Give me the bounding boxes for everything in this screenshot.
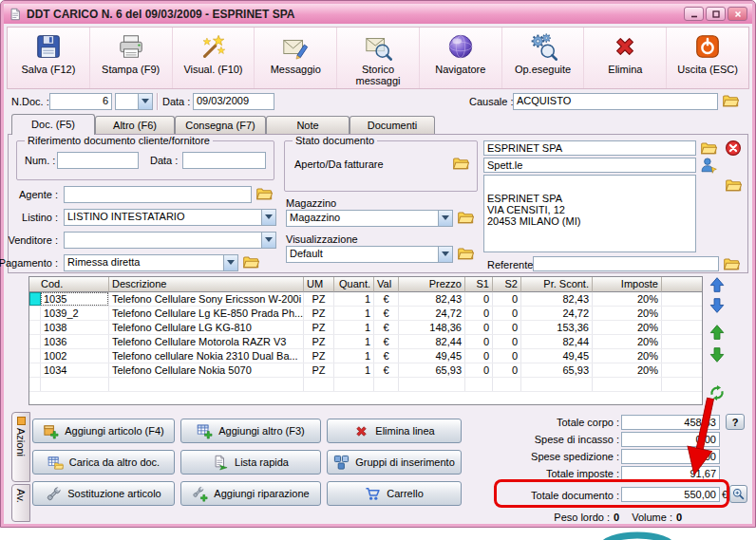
tab-doc-f5[interactable]: Doc. (F5) <box>11 114 95 135</box>
agente-input[interactable] <box>64 186 252 203</box>
ndoc-input[interactable]: 6 <box>49 93 112 110</box>
indirizzo-folder-icon[interactable] <box>725 177 742 194</box>
zoom-total-button[interactable] <box>729 485 747 503</box>
totale-corpo-value[interactable]: 458,33 <box>621 415 720 430</box>
toolbar-button-op-eseguite[interactable]: Op.eseguite <box>502 28 585 88</box>
magazzino-folder-icon[interactable] <box>457 209 474 226</box>
toolbar-button-stampa[interactable]: Stampa (F9) <box>90 28 173 88</box>
intestatario-folder-icon[interactable] <box>700 140 717 157</box>
scroll-up-button[interactable] <box>709 324 726 341</box>
tab-documenti[interactable]: Documenti <box>350 116 435 134</box>
toolbar-button-messaggio[interactable]: Messaggio <box>255 28 337 88</box>
num-input[interactable] <box>57 152 139 169</box>
tab-label: Av. <box>15 489 27 503</box>
tab-note[interactable]: Note <box>266 116 350 134</box>
move-row-up-button[interactable] <box>709 276 726 293</box>
refresh-button[interactable] <box>709 384 726 401</box>
rif-data-input[interactable] <box>182 152 266 169</box>
aggiungi-riparazione-button[interactable]: Aggiungi riparazione <box>180 481 321 506</box>
printer-icon <box>117 32 145 61</box>
table-row[interactable]: 1036 Telefono Cellulare Motorola RAZR V3… <box>29 335 702 349</box>
column-header-descrizione[interactable]: Descrizione <box>109 277 304 292</box>
totale-documento-value[interactable]: 550,00 <box>621 487 720 502</box>
aggiungi-articolo-button[interactable]: Aggiungi articolo (F4) <box>32 419 175 443</box>
message-history-icon <box>364 32 392 61</box>
help-button[interactable]: ? <box>726 414 745 430</box>
venditore-select[interactable] <box>64 232 276 249</box>
gruppi-di-inserimento-button[interactable]: Gruppi di inserimento <box>327 450 462 475</box>
referente-folder-icon[interactable] <box>723 255 740 272</box>
close-button[interactable] <box>728 7 747 21</box>
column-header-prezzo[interactable]: Prezzo <box>399 277 465 292</box>
listino-label: Listino : <box>22 212 58 223</box>
table-row[interactable]: 1038 Telefono Cellulare LG KG-810 PZ 1 €… <box>29 321 702 335</box>
toolbar-button-storico-messaggi[interactable]: Storico messaggi <box>337 28 420 88</box>
stato-value: Aperto/Da fatturare <box>294 158 384 170</box>
visualizzazione-select[interactable]: Default <box>286 246 453 263</box>
minimize-button[interactable] <box>684 7 704 21</box>
currency-symbol: € <box>722 489 728 500</box>
column-header-val[interactable]: Val <box>374 277 399 292</box>
cell-val: € <box>374 321 399 334</box>
contact-person-icon[interactable] <box>700 157 717 174</box>
totale-imposte-value[interactable]: 91,67 <box>621 466 720 481</box>
column-header-s1[interactable]: S1 <box>465 277 493 292</box>
column-header-imposte[interactable]: Imposte <box>593 277 662 292</box>
cell-s1: 0 <box>465 349 493 363</box>
indirizzo-textarea[interactable]: ESPRINET SPA VIA CENSITI, 12 20453 MILAN… <box>483 175 696 252</box>
cell-quant: 1 <box>334 292 374 306</box>
table-row[interactable]: 1039_2 Telefono Cellulare Lg KE-850 Prad… <box>29 307 702 321</box>
table-row[interactable]: 1035 Telefono Cellulare Sony Ericsson W-… <box>29 292 702 307</box>
doc-suffix-select[interactable] <box>115 93 153 110</box>
table-row[interactable]: 1034 Telefono Cellulare Nokia 5070 PZ 1 … <box>29 363 702 378</box>
column-header-pr-scont[interactable]: Pr. Scont. <box>521 277 593 292</box>
listino-select[interactable]: LISTINO INTESTATARIO <box>64 209 276 226</box>
num-label: Num. : <box>25 155 55 166</box>
sostituzione-articolo-button[interactable]: Sostituzione articolo <box>32 481 175 506</box>
toolbar-button-uscita[interactable]: Uscita (ESC) <box>667 28 748 88</box>
tab-consegna-f7[interactable]: Consegna (F7) <box>175 116 266 134</box>
spettle-input[interactable]: Spett.le <box>483 158 696 173</box>
intestatario-input[interactable]: ESPRINET SPA <box>483 140 696 156</box>
carrello-button[interactable]: Carrello <box>327 481 462 506</box>
toolbar-button-label: Stampa (F9) <box>102 64 160 75</box>
column-header-cod[interactable]: Cod. <box>29 277 109 292</box>
column-header-quant[interactable]: Quant. <box>334 277 374 292</box>
agente-folder-icon[interactable] <box>255 185 273 202</box>
ndoc-label: N.Doc. : <box>11 96 49 107</box>
lista-rapida-button[interactable]: Lista rapida <box>180 450 321 475</box>
toolbar-button-elimina[interactable]: Elimina <box>584 28 667 88</box>
data-input[interactable]: 09/03/2009 <box>193 93 274 110</box>
scroll-down-button[interactable] <box>709 346 726 363</box>
causale-input[interactable]: ACQUISTO <box>513 93 718 110</box>
cell-s1: 0 <box>465 307 493 320</box>
causale-folder-icon[interactable] <box>722 92 739 109</box>
pagamento-folder-icon[interactable] <box>242 253 259 270</box>
table-row[interactable]: 1002 Telefono cellulare Nokia 2310 Dual … <box>29 349 702 363</box>
column-header-um[interactable]: UM <box>304 277 334 292</box>
tab-avanzate[interactable]: Av. <box>11 484 30 522</box>
spese-incasso-value[interactable]: 0,00 <box>621 432 720 447</box>
move-row-down-button[interactable] <box>709 297 726 314</box>
toolbar-button-visualizza[interactable]: Visual. (F10) <box>173 28 255 88</box>
titlebar[interactable]: DDT CARICO N. 6 del 09/03/2009 - ESPRINE… <box>4 4 752 24</box>
tab-altro-f6[interactable]: Altro (F6) <box>95 116 175 134</box>
magazzino-select[interactable]: Magazzino <box>286 210 453 227</box>
stato-folder-icon[interactable] <box>452 155 469 172</box>
tab-azioni[interactable]: Azioni <box>11 412 30 482</box>
toolbar-button-navigatore[interactable]: Navigatore <box>420 28 502 88</box>
maximize-button[interactable] <box>706 7 726 21</box>
button-label: Aggiungi riparazione <box>214 488 309 499</box>
spese-spedizione-value[interactable]: 0,00 <box>621 449 720 464</box>
referente-input[interactable] <box>533 256 719 271</box>
cell-filler <box>662 292 702 306</box>
remove-intestatario-icon[interactable] <box>725 140 742 157</box>
visualizzazione-folder-icon[interactable] <box>457 245 474 262</box>
toolbar-button-salva[interactable]: Salva (F12) <box>8 28 90 88</box>
elimina-linea-button[interactable]: Elimina linea <box>327 419 462 443</box>
pagamento-select[interactable]: Rimessa diretta <box>64 254 238 271</box>
rif-data-label: Data : <box>150 155 178 166</box>
carica-da-altro-doc-button[interactable]: Carica da altro doc. <box>32 450 175 475</box>
column-header-s2[interactable]: S2 <box>493 277 521 292</box>
aggiungi-altro-button[interactable]: Aggiungi altro (F3) <box>180 419 321 443</box>
